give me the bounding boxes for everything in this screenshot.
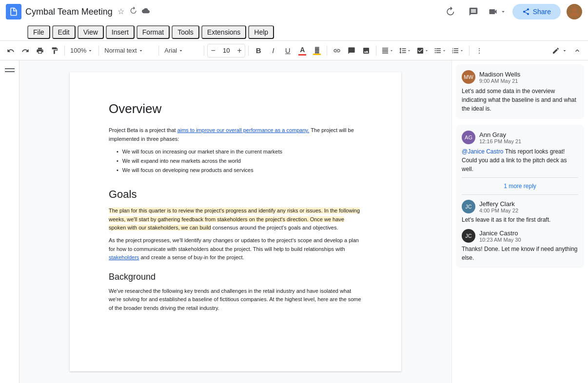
menu-view[interactable]: View: [78, 25, 104, 39]
sub-comment-author-2: Janice Castro: [479, 230, 521, 237]
undo-button[interactable]: [4, 44, 18, 57]
history-button[interactable]: [441, 3, 459, 20]
sidebar-toggle[interactable]: [0, 60, 20, 383]
menu-format[interactable]: Format: [137, 25, 170, 39]
sub-comment-author-1: Jeffery Clark: [479, 200, 518, 208]
doc-area: Overview Project Beta is a project that …: [20, 60, 451, 383]
cloud-icon: [142, 7, 150, 17]
bullet-2: We will expand into new markets across t…: [117, 156, 362, 166]
font-select[interactable]: Arial: [162, 44, 201, 57]
comment-text-1: Let's add some data in the overview indi…: [462, 87, 578, 113]
numbered-list-button[interactable]: [450, 44, 466, 57]
sub-comment-text-1: Let's leave it as it for the first draft…: [462, 215, 578, 224]
highlight-color-button[interactable]: ▓: [310, 44, 324, 57]
comment-card-2: AG Ann Gray 12:16 PM May 21 @Janice Cast…: [456, 125, 584, 268]
font-size-increase[interactable]: +: [234, 44, 245, 57]
comment-header-2: AG Ann Gray 12:16 PM May 21: [462, 131, 578, 144]
sub-comment-header-1: JC Jeffery Clark 4:00 PM May 22: [462, 200, 578, 213]
more-options-button[interactable]: ⋮: [472, 44, 486, 57]
user-avatar[interactable]: [567, 4, 582, 19]
sub-comment-meta-2: Janice Castro 10:23 AM May 30: [479, 230, 521, 243]
share-label: Share: [533, 8, 551, 16]
main-area: Overview Project Beta is a project that …: [0, 60, 588, 383]
sub-comment-header-2: JC Janice Castro 10:23 AM May 30: [462, 229, 578, 243]
comment-card-1: MW Madison Wells 9:00 AM May 21 Let's ad…: [456, 64, 584, 119]
sub-comment-1: JC Jeffery Clark 4:00 PM May 22 Let's le…: [462, 200, 578, 224]
sub-comment-time-2: 10:23 AM May 30: [479, 237, 521, 243]
separator-4: [204, 46, 204, 56]
comment-avatar-1: MW: [462, 70, 475, 84]
image-button[interactable]: [359, 44, 373, 57]
menu-bar: File Edit View Insert Format Tools Exten…: [0, 23, 588, 41]
menu-edit[interactable]: Edit: [52, 25, 76, 39]
comment-header-1: MW Madison Wells 9:00 AM May 21: [462, 70, 578, 84]
underline-button[interactable]: U: [281, 44, 294, 57]
menu-tools[interactable]: Tools: [172, 25, 199, 39]
share-button[interactable]: Share: [512, 4, 561, 19]
bullet-3: We will focus on developing new products…: [117, 166, 362, 175]
sidebar-line-1: [5, 68, 15, 69]
comment-meta-2: Ann Gray 12:16 PM May 21: [479, 131, 521, 144]
comment-button[interactable]: [345, 44, 358, 57]
history-icon[interactable]: [129, 7, 137, 17]
sidebar-icon[interactable]: [3, 64, 17, 76]
line-spacing-button[interactable]: [397, 44, 413, 57]
sub-comment-avatar-2: JC: [462, 229, 475, 243]
meet-button[interactable]: [488, 7, 507, 17]
comment-text-2: @Janice Castro This report looks great! …: [462, 147, 578, 173]
star-icon[interactable]: ☆: [118, 7, 124, 17]
italic-button[interactable]: I: [266, 44, 280, 57]
menu-file[interactable]: File: [27, 25, 50, 39]
sidebar-line-2: [5, 71, 15, 72]
link-button[interactable]: [330, 44, 344, 57]
heading-background: Background: [109, 272, 362, 282]
redo-button[interactable]: [19, 44, 32, 57]
separator-6: [327, 46, 327, 56]
highlighted-text-1: The plan for this quarter is to review t…: [109, 208, 360, 230]
separator-5: [248, 46, 249, 56]
separator-7: [376, 46, 376, 56]
print-button[interactable]: [33, 44, 47, 57]
sub-comment-2: JC Janice Castro 10:23 AM May 30 Thanks!…: [462, 229, 578, 262]
style-select[interactable]: Normal text: [102, 44, 156, 57]
bold-button[interactable]: B: [252, 44, 265, 57]
doc-title: Cymbal Team Meeting: [25, 7, 113, 17]
sub-comment-avatar-1: JC: [462, 200, 475, 213]
comment-avatar-2: AG: [462, 131, 475, 144]
paint-format-button[interactable]: [48, 44, 61, 57]
para-overview: Project Beta is a project that aims to i…: [109, 126, 362, 143]
text-color-button[interactable]: A: [295, 44, 309, 57]
menu-extensions[interactable]: Extensions: [201, 25, 246, 39]
menu-help[interactable]: Help: [248, 25, 274, 39]
comment-author-2: Ann Gray: [479, 131, 521, 138]
linked-text: aims to improve our overall performance …: [177, 127, 310, 133]
comment-divider-2: [462, 194, 578, 195]
collapse-toolbar-button[interactable]: [570, 44, 584, 57]
font-size-input[interactable]: [218, 47, 234, 54]
menu-insert[interactable]: Insert: [106, 25, 135, 39]
font-size-decrease[interactable]: −: [208, 44, 218, 57]
doc-page: Overview Project Beta is a project that …: [70, 72, 401, 371]
align-button[interactable]: [379, 44, 396, 57]
bullet-list-button[interactable]: [432, 44, 449, 57]
checklist-button[interactable]: [414, 44, 431, 57]
comments-button[interactable]: [465, 3, 482, 20]
comment-divider: [462, 177, 578, 178]
editing-mode-button[interactable]: [550, 44, 569, 57]
comment-mention: @Janice Castro: [462, 148, 504, 155]
comment-time-1: 9:00 AM May 21: [479, 78, 520, 84]
comments-panel: MW Madison Wells 9:00 AM May 21 Let's ad…: [451, 60, 588, 383]
doc-info: Cymbal Team Meeting ☆: [25, 7, 437, 17]
toolbar: 100% Normal text Arial − + B I U A ▓: [0, 41, 588, 60]
zoom-select[interactable]: 100%: [68, 44, 96, 57]
font-size-control: − +: [207, 44, 245, 57]
para-goals-1: The plan for this quarter is to review t…: [109, 207, 362, 232]
linked-text-2: stakeholders: [109, 254, 139, 260]
separator-1: [64, 46, 65, 56]
comment-time-2: 12:16 PM May 21: [479, 138, 521, 144]
header-right: Share: [441, 3, 582, 20]
app-icon: [6, 4, 21, 19]
title-bar: Cymbal Team Meeting ☆ Share: [0, 0, 588, 23]
heading-goals: Goals: [109, 188, 362, 201]
more-replies-button[interactable]: 1 more reply: [462, 182, 578, 191]
